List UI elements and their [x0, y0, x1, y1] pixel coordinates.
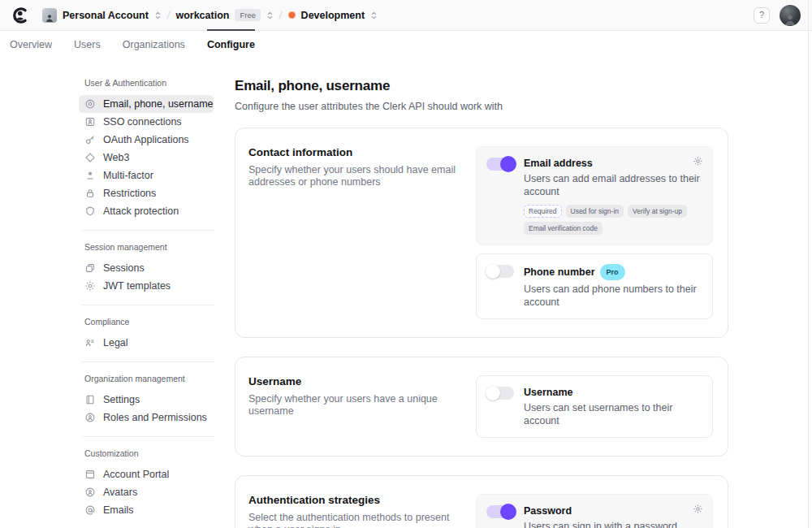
phone-number-panel: Phone number Pro Users can add phone num…	[476, 253, 713, 319]
card-description: Specify whether your users should have e…	[248, 164, 461, 188]
tab-organizations[interactable]: Organizations	[123, 37, 185, 52]
lock-icon	[84, 188, 96, 199]
sidebar-item-multi-factor[interactable]: Multi-factor	[79, 167, 214, 184]
sidebar-item-label: Legal	[103, 337, 128, 348]
sidebar-item-label: JWT templates	[103, 280, 171, 292]
user-circle-icon	[84, 487, 96, 498]
select-chevron-icon	[154, 11, 162, 20]
select-chevron-icon	[266, 11, 274, 20]
authentication-strategies-card: Authentication strategies Select the aut…	[235, 475, 728, 528]
sidebar-item-org-settings[interactable]: Settings	[79, 391, 214, 409]
panel-title: Password	[524, 504, 702, 517]
main-nav-tabs: Overview Users Organizations Configure	[0, 31, 812, 58]
badge-verify-at-sign-up: Verify at sign-up	[628, 205, 687, 218]
top-bar: Personal Account / workcation Free / Dev…	[0, 0, 812, 31]
breadcrumb-separator: /	[166, 9, 171, 21]
environment-name: Development	[301, 10, 365, 21]
breadcrumb-separator: /	[279, 9, 283, 21]
phone-number-toggle[interactable]	[486, 265, 514, 278]
plan-badge: Free	[235, 9, 261, 21]
sidebar-section-label: Organization management	[84, 374, 214, 383]
at-sign-icon	[84, 504, 96, 516]
account-name: Personal Account	[63, 10, 149, 21]
breadcrumb-environment[interactable]: Development	[288, 10, 378, 21]
sidebar-item-sso-connections[interactable]: SSO connections	[79, 113, 214, 131]
tab-overview[interactable]: Overview	[10, 37, 52, 52]
pro-badge: Pro	[600, 264, 625, 280]
sidebar-item-restrictions[interactable]: Restrictions	[79, 184, 214, 202]
shield-icon	[84, 206, 96, 217]
badge-required: Required	[524, 205, 562, 218]
sidebar-item-roles-permissions[interactable]: Roles and Permissions	[79, 409, 214, 426]
sidebar-item-emails[interactable]: Emails	[79, 501, 214, 519]
username-toggle[interactable]	[486, 387, 514, 400]
password-toggle[interactable]	[486, 505, 514, 518]
sidebar-item-label: Restrictions	[103, 188, 156, 199]
sidebar-item-jwt-templates[interactable]: JWT templates	[79, 277, 214, 295]
email-settings-gear-icon[interactable]	[693, 156, 703, 167]
sidebar-section-label: User & Authentication	[84, 78, 214, 88]
sidebar-item-label: Sessions	[103, 262, 145, 274]
panel-description: Users can add email addresses to their a…	[524, 172, 702, 198]
main-content: Email, phone, username Configure the use…	[235, 78, 728, 528]
settings-sidebar: User & Authentication Email, phone, user…	[79, 78, 214, 519]
page-subtitle: Configure the user attributes the Clerk …	[235, 101, 728, 112]
sidebar-section-label: Customization	[84, 448, 214, 458]
panel-title: Email address	[524, 157, 702, 170]
breadcrumb-application[interactable]: workcation Free	[175, 9, 274, 21]
sidebar-item-attack-protection[interactable]: Attack protection	[79, 202, 214, 220]
page-title: Email, phone, username	[235, 78, 728, 94]
asterisk-icon	[84, 170, 96, 181]
card-heading: Authentication strategies	[248, 494, 461, 506]
sidebar-item-avatars[interactable]: Avatars	[79, 483, 214, 501]
tab-configure[interactable]: Configure	[207, 37, 255, 52]
user-circle-icon	[84, 412, 96, 423]
panel-description: Users can sign in with a password. Passw…	[524, 520, 702, 528]
panel-description: Users can add phone numbers to their acc…	[524, 283, 702, 309]
sidebar-item-oauth-applications[interactable]: OAuth Applications	[79, 131, 214, 149]
sidebar-item-label: OAuth Applications	[103, 134, 189, 145]
sidebar-item-label: Attack protection	[103, 206, 179, 217]
panel-title: Username	[524, 386, 702, 399]
sidebar-item-label: Email, phone, username	[103, 98, 214, 110]
badge-email-verification-code: Email verification code	[524, 222, 603, 235]
sidebar-item-sessions[interactable]: Sessions	[79, 259, 214, 277]
diamond-icon	[84, 152, 96, 163]
sidebar-item-label: SSO connections	[103, 116, 182, 128]
email-address-toggle[interactable]	[486, 158, 514, 171]
browser-window-icon	[84, 469, 96, 480]
notebook-icon	[84, 394, 96, 405]
sidebar-item-label: Emails	[103, 504, 134, 516]
sidebar-item-legal[interactable]: Legal	[79, 334, 214, 352]
breadcrumb-account[interactable]: Personal Account	[42, 8, 162, 23]
password-settings-gear-icon[interactable]	[693, 504, 703, 514]
environment-dot-icon	[288, 11, 296, 19]
fingerprint-icon	[84, 98, 96, 110]
card-heading: Username	[248, 375, 461, 387]
gear-icon	[84, 280, 96, 292]
tab-users[interactable]: Users	[74, 37, 101, 52]
person-desk-icon	[84, 337, 96, 348]
sidebar-item-account-portal[interactable]: Account Portal	[79, 465, 214, 483]
application-name: workcation	[175, 10, 229, 21]
user-avatar[interactable]	[780, 5, 801, 26]
sidebar-item-label: Avatars	[103, 487, 137, 498]
password-panel: Password Users can sign in with a passwo…	[476, 494, 713, 528]
help-button[interactable]: ?	[754, 7, 770, 24]
username-panel: Username Users can set usernames to thei…	[476, 375, 713, 438]
window-edge	[808, 0, 809, 528]
id-card-icon	[84, 116, 96, 128]
email-address-panel: Email address Users can add email addres…	[476, 146, 713, 245]
sidebar-item-label: Multi-factor	[103, 170, 153, 181]
username-card: Username Specify whether your users have…	[235, 357, 728, 457]
sidebar-divider	[82, 230, 214, 231]
badge-used-for-sign-in: Used for sign-in	[566, 205, 624, 218]
panel-title: Phone number	[524, 266, 595, 279]
sidebar-item-web3[interactable]: Web3	[79, 149, 214, 167]
sidebar-section-label: Session management	[84, 242, 214, 252]
card-description: Select the authentication methods to pre…	[248, 512, 461, 528]
account-avatar	[42, 8, 57, 23]
key-icon	[84, 134, 96, 145]
card-description: Specify whether your users have a unique…	[248, 393, 461, 418]
sidebar-item-email-phone-username[interactable]: Email, phone, username	[79, 95, 214, 113]
